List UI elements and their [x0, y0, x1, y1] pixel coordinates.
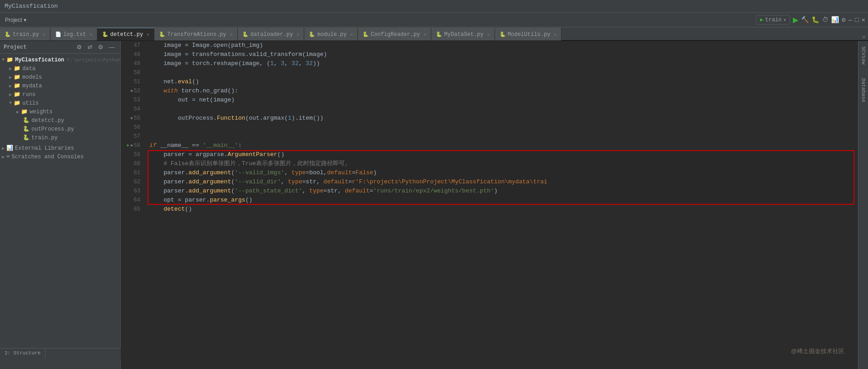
tab-module-close[interactable]: ✕	[350, 32, 353, 37]
code-content[interactable]: image = Image.open(path_img) image = tra…	[146, 41, 858, 369]
tab-transformations[interactable]: 🐍 TransformAtions.py ✕	[154, 28, 238, 40]
code-line-63: parser.add_argument('--path_state_dict',…	[149, 187, 854, 196]
tree-label-utils: utils	[22, 100, 39, 106]
gutter-53: 53	[124, 96, 140, 105]
tree-item-train-py[interactable]: 🐍 train.py	[0, 133, 120, 142]
sidebar-expand-icon[interactable]: ⇄	[86, 43, 94, 51]
scm-panel: SCView Database	[858, 41, 868, 369]
code-line-65: detect()	[149, 205, 854, 214]
tree-item-outprocess-py[interactable]: 🐍 outProcess.py	[0, 125, 120, 133]
gutter-47: 47	[124, 41, 140, 50]
tree-label-myclass: MyClassfication	[15, 57, 64, 63]
gutter-59: 59	[124, 150, 140, 159]
tab-log-icon: 📄	[55, 31, 61, 37]
code-line-55: outProcess.Function(out.argmax(1).item()…	[149, 114, 854, 123]
code-line-50	[149, 68, 854, 77]
run-button[interactable]: ▶	[793, 15, 798, 24]
tab-modelutils-close[interactable]: ✕	[554, 32, 557, 37]
tree-item-weights[interactable]: ▶ 📁 weights	[0, 107, 120, 116]
tree-arrow-weights: ▶	[16, 109, 19, 115]
tab-detetct[interactable]: 🐍 detetct.py ✕	[97, 28, 154, 40]
project-btn[interactable]: Project ▾	[3, 16, 29, 24]
profile-icon[interactable]: 📊	[831, 16, 839, 24]
gutter-51: 51	[124, 77, 140, 86]
tab-detetct-close[interactable]: ✕	[147, 32, 149, 37]
gutter-58: ▶ ◆ 58	[124, 141, 140, 150]
code-line-62: parser.add_argument('--valid_dir', type=…	[149, 177, 854, 187]
sidebar: Project ⚙ ⇄ ⚙ — ▼ 📁 MyClassfication F:\p…	[0, 41, 121, 369]
code-line-64: opt = parser.parse_args()	[149, 196, 854, 205]
tree-item-mydata[interactable]: ▶ 📁 mydata	[0, 81, 120, 90]
run-icon-58: ▶	[127, 141, 129, 150]
sidebar-bottom-tab-1[interactable]: 2: Structure	[0, 349, 46, 359]
sidebar-settings-icon[interactable]: ⚙	[96, 43, 105, 51]
tree-arrow-runs: ▶	[9, 92, 12, 97]
gutter-64: 64	[124, 196, 140, 205]
tab-configreader-close[interactable]: ✕	[424, 32, 426, 37]
tab-module[interactable]: 🐍 module.py ✕	[304, 28, 358, 40]
tree-label-mydata: mydata	[22, 83, 42, 89]
tabbar: 🐍 train.py ✕ 📄 log.txt ✕ 🐍 detetct.py ✕ …	[0, 27, 868, 41]
run-config[interactable]: ▶ train ▾	[756, 15, 790, 25]
tree-arrow-utils: ▼	[9, 101, 12, 106]
code-line-48: image = transformations.valid_transform(…	[149, 50, 854, 59]
tab-modelutils[interactable]: 🐍 ModelUtils.py ✕	[495, 28, 562, 40]
tab-log[interactable]: 📄 log.txt ✕	[51, 28, 97, 40]
sidebar-minimize-icon[interactable]: —	[107, 43, 117, 51]
code-line-57	[149, 132, 854, 141]
tree-item-detetct-py[interactable]: 🐍 detetct.py	[0, 116, 120, 125]
tab-configreader[interactable]: 🐍 ConfigReader.py ✕	[358, 28, 431, 40]
tree-arrow-extlib: ▶	[2, 146, 5, 151]
tree-item-scratches[interactable]: ▶ ⌨ Scratches and Consoles	[0, 152, 120, 161]
maximize-icon[interactable]: □	[855, 16, 858, 24]
debug-icon[interactable]: 🐛	[812, 16, 819, 24]
tree-label-data: data	[22, 66, 36, 72]
tree-label-runs: runs	[22, 91, 36, 98]
tree-arrow-models: ▶	[9, 75, 12, 80]
bookmark-55: ◆	[130, 114, 133, 123]
tree-icon-extlib: 📊	[6, 145, 13, 152]
tab-dataloader[interactable]: 🐍 dataloader.py ✕	[238, 28, 305, 40]
tab-train[interactable]: 🐍 train.py ✕	[0, 28, 51, 40]
tree-icon-outprocess: 🐍	[23, 126, 30, 132]
sidebar-header: Project ⚙ ⇄ ⚙ —	[0, 41, 120, 54]
tree-item-runs[interactable]: ▶ 📁 runs	[0, 90, 120, 99]
settings-icon2[interactable]: ⚙	[842, 16, 845, 24]
database-label[interactable]: Database	[861, 78, 866, 102]
sidebar-gear-icon[interactable]: ⚙	[75, 43, 84, 51]
tab-mydataset[interactable]: 🐍 MyDataSet.py ✕	[431, 28, 495, 40]
tab-train-close[interactable]: ✕	[43, 32, 46, 37]
tree-folder-weights: 📁	[21, 108, 28, 115]
code-line-58: if __name__ == '__main__':	[149, 141, 854, 150]
gutter-61: 61	[124, 168, 140, 177]
toolbar: Project ▾ ▶ train ▾ ▶ 🔨 🐛 ⏱ 📊 ⚙ — □ ✕	[0, 13, 868, 27]
tree-item-myclass[interactable]: ▼ 📁 MyClassfication F:\projects\Python	[0, 56, 120, 64]
tree-folder-models: 📁	[14, 74, 20, 81]
main-layout: Project ⚙ ⇄ ⚙ — ▼ 📁 MyClassfication F:\p…	[0, 41, 868, 369]
tab-log-close[interactable]: ✕	[90, 32, 92, 37]
close-icon[interactable]: ✕	[862, 16, 865, 24]
gutter-52: ◆ 52	[124, 86, 140, 96]
tab-dataloader-icon: 🐍	[242, 31, 249, 37]
build-icon[interactable]: 🔨	[801, 16, 809, 24]
gutter-60: 60	[124, 159, 140, 168]
tree-label-outprocess-py: outProcess.py	[31, 126, 74, 132]
tree-item-extlib[interactable]: ▶ 📊 External Libraries	[0, 144, 120, 152]
code-line-52: with torch.no_grad():	[149, 86, 854, 96]
editor-area: 47 48 49 50 51 ◆	[121, 41, 858, 369]
tree-path-myclass: F:\projects\Python	[67, 57, 120, 63]
tree-folder-runs: 📁	[14, 91, 20, 98]
code-line-54	[149, 105, 854, 114]
tab-transformations-close[interactable]: ✕	[230, 32, 233, 37]
scm-view-label[interactable]: SCView	[861, 46, 866, 65]
gutter-65: 65	[124, 205, 140, 214]
tree-item-utils[interactable]: ▼ 📁 utils	[0, 99, 120, 107]
tree-item-data[interactable]: ▶ 📁 data	[0, 64, 120, 73]
gutter-57: 57	[124, 132, 140, 141]
tree-item-models[interactable]: ▶ 📁 models	[0, 73, 120, 81]
tab-mydataset-close[interactable]: ✕	[487, 32, 490, 37]
minimize-icon[interactable]: —	[848, 16, 852, 24]
tree-label-detetct-py: detetct.py	[31, 117, 64, 124]
tab-dataloader-close[interactable]: ✕	[296, 32, 299, 37]
coverage-icon[interactable]: ⏱	[822, 16, 828, 24]
